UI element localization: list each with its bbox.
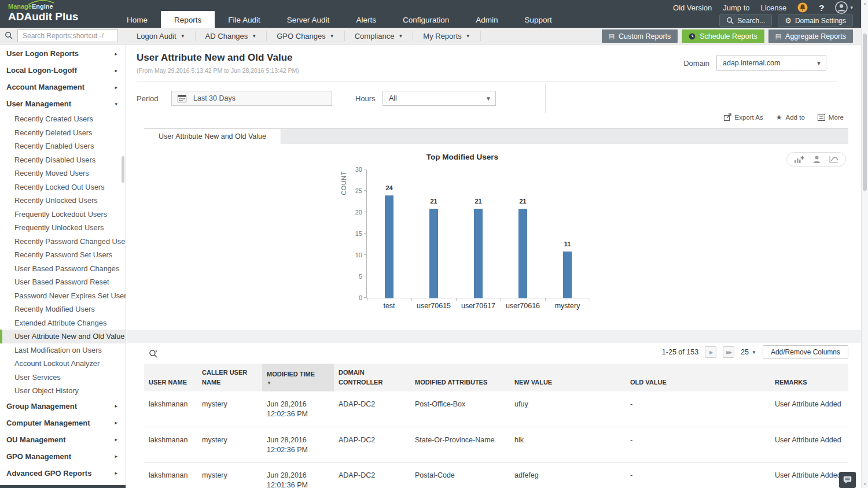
sidebar-item-frequently-unlocked-users[interactable]: Frequently Unlocked Users — [0, 221, 126, 235]
feedback-chat-button[interactable] — [839, 472, 856, 488]
sidebar-group-local-logon-logoff[interactable]: Local Logon-Logoff▸ — [0, 62, 126, 79]
domain-selector-row: Domain adap.internal.com ▼ — [683, 56, 826, 71]
sidebar-group-gpo-management[interactable]: GPO Management▸ — [0, 448, 126, 465]
menu-gpo-changes[interactable]: GPO Changes▼ — [267, 31, 344, 41]
topnav-tab-home[interactable]: Home — [113, 12, 161, 28]
sidebar-item-last-modification-on-users[interactable]: Last Modification on Users — [0, 343, 126, 357]
notification-bell-icon[interactable] — [797, 2, 808, 13]
menu-ad-changes[interactable]: AD Changes▼ — [196, 31, 267, 41]
help-icon[interactable]: ? — [819, 3, 824, 13]
next-page-button[interactable]: ▶ — [705, 346, 716, 358]
sidebar-item-recently-locked-out-users[interactable]: Recently Locked Out Users — [0, 180, 126, 194]
sidebar-item-user-object-history[interactable]: User Object History — [0, 384, 126, 398]
aggregate-reports-button[interactable]: ▤ Aggregate Reports — [768, 29, 853, 43]
topnav-tab-file-audit[interactable]: File Audit — [215, 12, 274, 28]
hours-select[interactable]: All ▼ — [382, 91, 496, 106]
search-button-label: Search... — [737, 17, 765, 25]
period-picker[interactable]: Last 30 Days — [171, 91, 332, 106]
sidebar-item-recently-deleted-users[interactable]: Recently Deleted Users — [0, 126, 126, 140]
sidebar-item-recently-unlocked-users[interactable]: Recently Unlocked Users — [0, 194, 126, 208]
sidebar-group-computer-management[interactable]: Computer Management▸ — [0, 415, 126, 431]
sidebar-item-recently-moved-users[interactable]: Recently Moved Users — [0, 167, 126, 180]
tab-user-attribute-new-and-old-value[interactable]: User Attribute New and Old Value — [144, 129, 281, 145]
topnav-tab-admin[interactable]: Admin — [462, 12, 511, 28]
sidebar-item-user-attribute-new-and-old-value[interactable]: User Attribute New and Old Value — [0, 330, 126, 343]
domain-select[interactable]: adap.internal.com ▼ — [716, 56, 826, 71]
scrollbar-thumb[interactable] — [863, 34, 867, 191]
topnav-tab-alerts[interactable]: Alerts — [343, 12, 389, 28]
sidebar-item-recently-disabled-users[interactable]: Recently Disabled Users — [0, 153, 126, 167]
sidebar-item-recently-password-changed-users[interactable]: Recently Password Changed Users — [0, 235, 126, 249]
menu-my-reports[interactable]: My Reports▼ — [413, 31, 480, 41]
domain-label: Domain — [683, 59, 709, 68]
sidebar-item-extended-attribute-changes[interactable]: Extended Attribute Changes — [0, 316, 126, 330]
bar-user70615[interactable] — [429, 209, 438, 298]
section-separator — [127, 330, 861, 343]
line-chart-refresh-icon[interactable] — [829, 156, 838, 163]
sidebar-group-user-management[interactable]: User Management▾ — [0, 95, 126, 112]
search-icon[interactable] — [0, 30, 17, 42]
table-row[interactable]: lakshmananmysteryJun 28,2016 12:02:36 PM… — [144, 391, 848, 427]
column-header-caller-user-name[interactable]: CALLER USER NAME — [197, 364, 262, 391]
sidebar-group-group-management[interactable]: Group Management▸ — [0, 398, 126, 415]
more-button[interactable]: More — [818, 114, 844, 121]
report-search-input[interactable] — [17, 29, 118, 42]
column-header-modified-time[interactable]: MODIFIED TIME▼ — [262, 364, 334, 391]
column-header-new-value[interactable]: NEW VALUE — [510, 364, 626, 391]
domain-settings-button[interactable]: ⚙ Domain Settings — [778, 14, 853, 27]
bar-user70616[interactable] — [518, 209, 527, 298]
add-to-button[interactable]: ★ Add to — [776, 114, 805, 121]
custom-reports-button[interactable]: ▤ Custom Reports — [602, 29, 678, 43]
page-size-select[interactable]: 25 ▼ — [741, 348, 756, 356]
scroll-up-icon[interactable]: ∧ — [862, 2, 868, 6]
schedule-reports-button[interactable]: Schedule Reports — [682, 29, 764, 43]
sidebar-item-recently-modified-users[interactable]: Recently Modified Users — [0, 302, 126, 316]
menu-logon-audit[interactable]: Logon Audit▼ — [127, 31, 196, 41]
topnav-tab-configuration[interactable]: Configuration — [389, 12, 462, 28]
bar-user70617[interactable] — [474, 209, 483, 298]
sidebar-item-user-based-password-reset[interactable]: User Based Password Reset — [0, 275, 126, 289]
sidebar-item-user-services[interactable]: User Services — [0, 371, 126, 385]
export-as-button[interactable]: Export As — [724, 113, 763, 121]
sidebar-group-ou-management[interactable]: OU Management▸ — [0, 431, 126, 448]
add-remove-columns-button[interactable]: Add/Remove Columns — [763, 345, 848, 359]
topnav-link-license[interactable]: License — [760, 3, 786, 12]
user-account-menu[interactable]: ▾ — [835, 1, 853, 14]
sidebar-group-account-management[interactable]: Account Management▸ — [0, 79, 126, 95]
topnav-link-old-version[interactable]: Old Version — [673, 3, 712, 12]
sidebar-item-recently-enabled-users[interactable]: Recently Enabled Users — [0, 139, 126, 153]
sidebar-group-advanced-gpo-reports[interactable]: Advanced GPO Reports▸ — [0, 465, 126, 482]
x-tick-mark — [456, 298, 457, 301]
column-header-modified-attributes[interactable]: MODIFIED ATTRIBUTES — [410, 364, 510, 391]
user-icon[interactable] — [813, 156, 821, 164]
table-search-icon[interactable] — [149, 349, 157, 360]
sidebar-scrollbar-thumb[interactable] — [122, 156, 124, 183]
table-row[interactable]: lakshmananmysteryJun 28,2016 12:02:36 PM… — [144, 427, 848, 463]
sidebar-label: User Based Password Changes — [14, 264, 119, 273]
global-search-button[interactable]: Search... — [719, 14, 772, 27]
table-row[interactable]: lakshmananmysteryJun 28,2016 12:01:36 PM… — [144, 463, 848, 488]
column-header-user-name[interactable]: USER NAME — [144, 364, 197, 391]
scroll-down-icon[interactable]: ∨ — [862, 482, 868, 486]
main-content: User Attribute New and Old Value (From M… — [127, 45, 861, 488]
column-header-remarks[interactable]: REMARKS — [770, 364, 848, 391]
bar-test[interactable] — [385, 195, 393, 298]
sidebar-item-password-never-expires-set-users[interactable]: Password Never Expires Set Users — [0, 289, 126, 303]
column-header-old-value[interactable]: OLD VALUE — [626, 364, 770, 391]
topnav-link-jump-to[interactable]: Jump to — [723, 3, 749, 12]
last-page-button[interactable]: ▶▶ — [723, 346, 734, 358]
bar-mystery[interactable] — [563, 252, 572, 298]
topnav-tab-support[interactable]: Support — [511, 12, 565, 28]
sidebar-item-recently-created-users[interactable]: Recently Created Users — [0, 112, 126, 126]
add-chart-icon[interactable] — [794, 156, 804, 164]
menu-compliance[interactable]: Compliance▼ — [345, 31, 414, 41]
topnav-tab-server-audit[interactable]: Server Audit — [274, 12, 343, 28]
column-header-domain-controller[interactable]: DOMAIN CONTROLLER — [334, 364, 410, 391]
sidebar-item-recently-password-set-users[interactable]: Recently Password Set Users — [0, 248, 126, 262]
page-scrollbar[interactable]: ∧ ∨ — [861, 0, 868, 488]
sidebar-group-user-logon-reports[interactable]: User Logon Reports▸ — [0, 45, 126, 62]
sidebar-item-user-based-password-changes[interactable]: User Based Password Changes — [0, 262, 126, 276]
sidebar-item-frequently-lockedout-users[interactable]: Frequently Lockedout Users — [0, 208, 126, 221]
sidebar-item-account-lockout-analyzer[interactable]: Account Lockout Analyzer — [0, 357, 126, 371]
topnav-tab-reports[interactable]: Reports — [161, 11, 215, 28]
